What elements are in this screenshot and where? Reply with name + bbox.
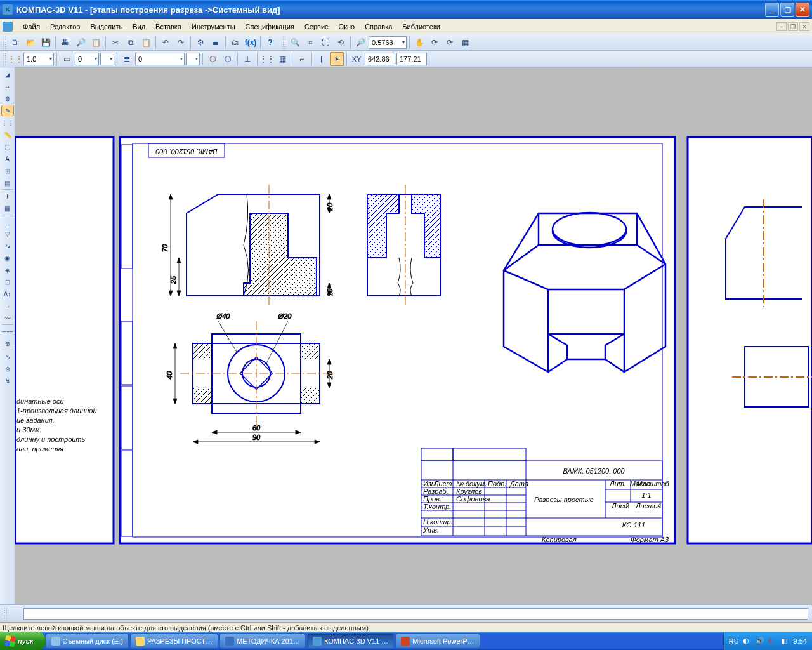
refresh-button[interactable]: ⟳ (443, 36, 457, 50)
zoom-scale-button[interactable]: 🔎 (353, 36, 367, 50)
local-cs-button[interactable]: ⌐ (295, 52, 309, 66)
undo-button[interactable]: ↶ (159, 36, 173, 50)
arrow-tool[interactable]: → (1, 300, 14, 312)
zoom-window-button[interactable]: ⌗ (303, 36, 317, 50)
layers-button[interactable]: ≣ (209, 36, 223, 50)
cut-button[interactable]: ✂ (108, 36, 122, 50)
snap-off-button[interactable]: ⬡ (221, 52, 235, 66)
close-button[interactable]: ✕ (796, 3, 809, 17)
rotate-button[interactable]: ⟳ (428, 36, 442, 50)
center-tool[interactable]: ⊕ (1, 338, 14, 349)
tray-shield-icon[interactable]: K (768, 637, 777, 646)
manager-button[interactable]: 🗂 (228, 36, 242, 50)
grid-lines-button[interactable]: ▦ (275, 52, 289, 66)
drawing-canvas[interactable]: ВАМК. 051200. 000 динатные оси 1-произво… (15, 67, 812, 604)
menu-edit[interactable]: Редактор (45, 22, 85, 32)
menu-spec[interactable]: Спецификация (240, 22, 299, 32)
system-tray[interactable]: RU ◐ 🔊 K ◧ 9:54 (723, 632, 812, 650)
autoaxis-tool[interactable]: ⊛ (1, 363, 14, 375)
command-input[interactable] (23, 608, 808, 620)
coord-y-field[interactable]: 177.21 (396, 53, 427, 65)
menu-insert[interactable]: Вставка (150, 22, 187, 32)
text-tool[interactable]: T (1, 190, 14, 202)
menu-libraries[interactable]: Библиотеки (397, 22, 445, 32)
measure-tab[interactable]: 📏 (1, 129, 14, 140)
start-button[interactable]: пуск (0, 632, 45, 650)
menu-select[interactable]: Выделить (85, 22, 128, 32)
help-button[interactable]: ? (263, 36, 277, 50)
snap-button[interactable]: ⬡ (206, 52, 219, 66)
step-dropdown[interactable]: 1.0 (23, 53, 54, 65)
taskbar-item-kompas[interactable]: КОМПАС-3D V11 … (307, 633, 394, 649)
select-tab[interactable]: ⬚ (1, 141, 14, 152)
grid-dots-button[interactable]: ⋮⋮ (260, 52, 274, 66)
edit-tab[interactable]: ✎ (1, 105, 14, 116)
maximize-button[interactable]: ▢ (780, 3, 794, 17)
zoom-in-button[interactable]: 🔍 (288, 36, 302, 50)
more-tool[interactable]: ↯ (1, 375, 14, 387)
doc-close-button[interactable]: × (799, 22, 809, 31)
rounding-button[interactable]: ⌈ (315, 52, 329, 66)
tray-icon[interactable]: ◐ (743, 637, 752, 646)
menu-service[interactable]: Сервис (299, 22, 334, 32)
zoom-value-dropdown[interactable]: 0.5763 (369, 36, 407, 49)
taskbar-item-disk[interactable]: Съемный диск (E:) (46, 633, 129, 649)
save-button[interactable]: 💾 (39, 36, 53, 50)
menu-tools[interactable]: Инструменты (187, 22, 240, 32)
view-nav-dropdown[interactable] (100, 53, 114, 65)
leader-tool[interactable]: ↘ (1, 240, 14, 251)
base-tool[interactable]: ⎯ (1, 216, 14, 227)
preview-button[interactable]: 🔎 (74, 36, 88, 50)
menu-view[interactable]: Вид (128, 22, 150, 32)
tolerance-tool[interactable]: ⊡ (1, 276, 14, 288)
cutline-tool[interactable]: A↕ (1, 288, 14, 300)
notation-tab[interactable]: ⊕ (1, 93, 14, 104)
coord-x-field[interactable]: 642.86 (365, 53, 395, 65)
taskbar-item-doc[interactable]: МЕТОДИЧКА 201… (219, 633, 306, 649)
copy-button[interactable]: ⧉ (124, 36, 138, 50)
menu-file[interactable]: Файл (18, 22, 45, 32)
spec-tab[interactable]: ⊞ (1, 165, 14, 176)
doc-restore-button[interactable]: ❐ (788, 22, 798, 31)
print-button[interactable]: 🖶 (58, 36, 72, 50)
properties-button[interactable]: ⚙ (193, 36, 207, 50)
doc-minimize-button[interactable]: - (776, 22, 787, 31)
axis-tool[interactable]: ─·─ (1, 326, 14, 337)
paste-button[interactable]: 📋 (139, 36, 153, 50)
pan-button[interactable]: ✋ (412, 36, 426, 50)
tray-network-icon[interactable]: ◧ (781, 637, 790, 646)
taskbar-item-powerpoint[interactable]: Microsoft PowerP… (395, 633, 480, 649)
menu-help[interactable]: Справка (360, 22, 397, 32)
params-tab[interactable]: ⋮⋮ (1, 117, 14, 128)
assoc-tab[interactable]: A (1, 153, 14, 164)
brand-tool[interactable]: ◉ (1, 252, 14, 263)
menu-window[interactable]: Окно (334, 22, 360, 32)
layer-dropdown[interactable]: 0 (135, 53, 185, 65)
toolbar-grip[interactable] (4, 607, 7, 620)
taskbar-item-folder[interactable]: РАЗРЕЗЫ ПРОСТ… (130, 633, 218, 649)
new-button[interactable]: 🗋 (8, 36, 22, 50)
spec-button[interactable]: 📋 (89, 36, 103, 50)
variables-button[interactable]: f(x) (244, 36, 258, 50)
grid-step-icon[interactable]: ⋮⋮ (8, 52, 22, 66)
layer-nav-dropdown[interactable] (186, 53, 200, 65)
ortho-button[interactable]: ⊥ (240, 52, 254, 66)
marking-tool[interactable]: ◈ (1, 264, 14, 275)
view-icon[interactable]: ▭ (60, 52, 74, 66)
zoom-fit-button[interactable]: ⛶ (318, 36, 332, 50)
view-button[interactable]: ▦ (458, 36, 472, 50)
toolbar-grip[interactable] (282, 36, 285, 49)
parametric-button[interactable]: ✶ (330, 52, 344, 66)
zoom-prev-button[interactable]: ⟲ (334, 36, 348, 50)
toolbar-grip[interactable] (3, 36, 6, 49)
reports-tab[interactable]: ▤ (1, 177, 14, 189)
layer-icon[interactable]: ≣ (120, 52, 134, 66)
tray-volume-icon[interactable]: 🔊 (756, 637, 764, 646)
wave-tool[interactable]: ∿ (1, 351, 14, 362)
redo-button[interactable]: ↷ (174, 36, 188, 50)
language-indicator[interactable]: RU (729, 637, 739, 645)
minimize-button[interactable]: _ (765, 3, 779, 17)
open-button[interactable]: 📂 (23, 36, 37, 50)
rough-tool[interactable]: ▽ (1, 228, 14, 239)
view-dropdown[interactable]: 0 (75, 53, 99, 65)
